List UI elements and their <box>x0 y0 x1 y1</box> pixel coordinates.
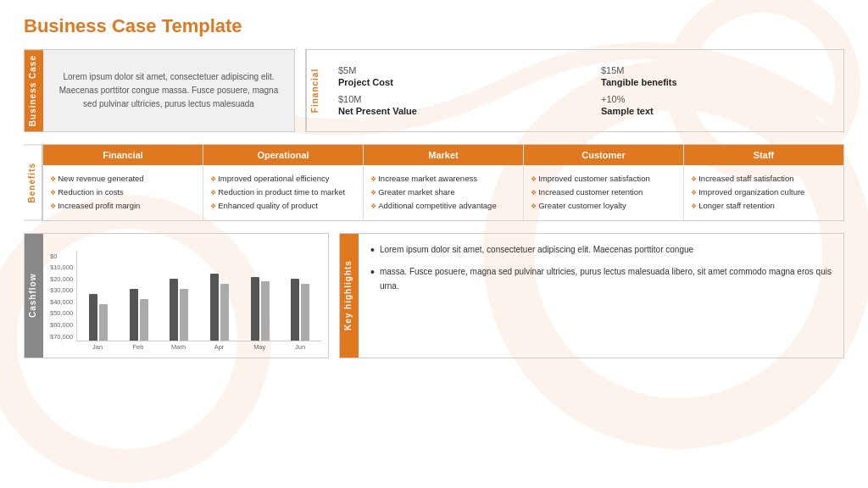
fin-value-2: $15M <box>601 65 830 75</box>
bar-dark-1 <box>130 289 138 341</box>
list-item: Increased customer retention <box>531 186 676 199</box>
y-label: $40,000 <box>50 298 73 306</box>
benefits-label: Benefits <box>24 144 42 220</box>
bar-dark-5 <box>291 279 299 341</box>
benefit-body-4: Increased staff satisfactionImproved org… <box>684 165 843 219</box>
bar-group-5 <box>282 279 318 341</box>
highlights-label: Key highlights <box>340 234 359 358</box>
bars-row-0 <box>89 294 108 341</box>
bar-light-1 <box>140 299 148 341</box>
business-case-box: Business Case Lorem ipsum dolor sit amet… <box>24 49 295 132</box>
bar-light-4 <box>261 281 270 341</box>
bars-row-1 <box>130 289 148 341</box>
benefit-body-1: Improved operational efficiencyReduction… <box>203 165 363 219</box>
benefit-col-3: CustomerImproved customer satisfactionIn… <box>524 145 684 219</box>
benefit-body-0: New revenue generatedReduction in costsI… <box>43 165 203 219</box>
bars-row-4 <box>251 277 270 341</box>
x-label: Marh <box>161 343 197 351</box>
bullet-icon: • <box>370 242 375 258</box>
list-item: Greater market share <box>370 186 516 199</box>
page-title: Business Case Template <box>24 15 844 37</box>
benefit-body-3: Improved customer satisfactionIncreased … <box>524 165 683 219</box>
x-label: Feb <box>120 343 156 351</box>
list-item: Increased profit margin <box>50 199 196 213</box>
list-item: Improved operational efficiency <box>210 172 356 186</box>
fin-label-2: Tangible benefits <box>601 77 830 87</box>
bar-group-1 <box>121 289 157 341</box>
y-label: $0 <box>50 252 73 260</box>
bar-group-0 <box>81 294 116 341</box>
fin-label-3: Net Present Value <box>338 106 567 116</box>
chart-y-axis: $70,000$60,000$50,000$40,000$30,000$20,0… <box>50 251 321 352</box>
benefit-body-2: Increase market awarenessGreater market … <box>364 165 523 219</box>
list-item: Reduction in product time to market <box>210 186 356 199</box>
bar-light-3 <box>220 284 229 341</box>
cashflow-label: Cashflow <box>25 234 43 358</box>
bullet-icon: • <box>370 264 375 280</box>
bars-row-3 <box>210 274 229 341</box>
bar-group-3 <box>202 274 237 341</box>
bars-container <box>76 251 321 341</box>
benefit-col-1: OperationalImproved operational efficien… <box>203 145 364 219</box>
y-label: $70,000 <box>50 333 73 341</box>
bar-light-2 <box>180 289 188 341</box>
financial-content: $5M $15M Project Cost Tangible benefits … <box>325 50 843 131</box>
bottom-section: Cashflow $70,000$60,000$50,000$40,000$30… <box>24 233 844 358</box>
chart-area: $70,000$60,000$50,000$40,000$30,000$20,0… <box>50 251 321 352</box>
benefit-col-4: StaffIncreased staff satisfactionImprove… <box>684 145 843 219</box>
bar-group-2 <box>161 279 197 341</box>
list-item: Increase market awareness <box>370 172 516 186</box>
bar-light-0 <box>99 304 108 341</box>
x-label: Jun <box>282 343 318 351</box>
business-case-content: Lorem ipsum dolor sit amet, consectetuer… <box>43 50 294 131</box>
x-label: Apr <box>202 343 237 351</box>
bars-row-2 <box>170 279 188 341</box>
fin-value-3: $10M <box>338 94 567 104</box>
list-item: Greater customer loyalty <box>531 199 676 213</box>
y-labels: $70,000$60,000$50,000$40,000$30,000$20,0… <box>50 251 73 352</box>
list-item: Additional competitive advantage <box>370 199 516 213</box>
highlights-content: •Lorem ipsum dolor sit amet, consectetue… <box>359 234 843 358</box>
fin-label-1: Project Cost <box>338 77 567 87</box>
cashflow-box: Cashflow $70,000$60,000$50,000$40,000$30… <box>24 233 329 358</box>
list-item: Improved customer satisfaction <box>531 172 676 186</box>
benefits-section: Benefits FinancialNew revenue generatedR… <box>24 144 844 220</box>
benefit-col-2: MarketIncrease market awarenessGreater m… <box>364 145 524 219</box>
y-label: $20,000 <box>50 275 73 283</box>
x-label: Jan <box>80 343 115 351</box>
highlights-box: Key highlights •Lorem ipsum dolor sit am… <box>339 233 844 358</box>
bar-dark-0 <box>89 294 97 341</box>
bar-light-5 <box>301 284 309 341</box>
fin-label-4: Sample text <box>601 106 830 116</box>
benefit-header-0: Financial <box>43 145 203 165</box>
list-item: Longer staff retention <box>691 199 837 213</box>
business-case-label: Business Case <box>25 50 43 131</box>
benefit-col-0: FinancialNew revenue generatedReduction … <box>43 145 203 219</box>
benefit-header-1: Operational <box>203 145 363 165</box>
highlight-item-1: •massa. Fusce posuere, magna sed pulvina… <box>370 264 832 293</box>
bars-row-5 <box>291 279 309 341</box>
cashflow-content: $70,000$60,000$50,000$40,000$30,000$20,0… <box>43 234 328 358</box>
financial-label: Financial <box>306 50 325 131</box>
highlight-text: massa. Fusce posuere, magna sed pulvinar… <box>380 264 832 293</box>
top-section: Business Case Lorem ipsum dolor sit amet… <box>24 49 844 132</box>
x-labels: JanFebMarhAprMayJun <box>76 341 321 352</box>
financial-box: Financial $5M $15M Project Cost Tangible… <box>305 49 844 132</box>
benefit-header-3: Customer <box>524 145 683 165</box>
fin-value-4: +10% <box>601 94 830 104</box>
bar-group-4 <box>242 277 278 341</box>
y-label: $60,000 <box>50 321 73 329</box>
fin-value-1: $5M <box>338 65 567 75</box>
highlight-text: Lorem ipsum dolor sit amet, consectetuer… <box>380 242 693 257</box>
list-item: New revenue generated <box>50 172 196 186</box>
x-label: May <box>242 343 277 351</box>
y-label: $30,000 <box>50 286 73 294</box>
benefit-header-2: Market <box>364 145 523 165</box>
list-item: Increased staff satisfaction <box>691 172 837 186</box>
bar-dark-2 <box>170 279 178 341</box>
list-item: Reduction in costs <box>50 186 196 199</box>
bar-dark-3 <box>210 274 219 341</box>
benefit-header-4: Staff <box>684 145 843 165</box>
list-item: Improved organization culture <box>691 186 837 199</box>
y-label: $50,000 <box>50 309 73 317</box>
